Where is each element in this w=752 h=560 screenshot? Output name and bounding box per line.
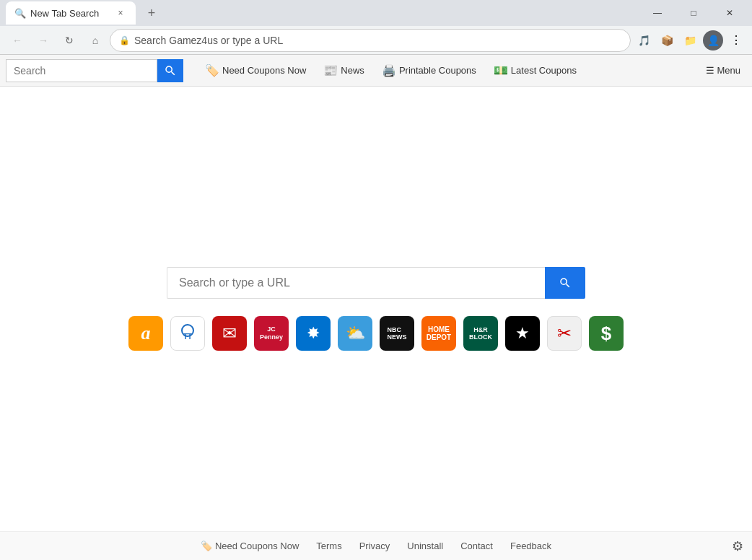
- quick-link-protonmail[interactable]: ✉: [212, 316, 247, 351]
- need-coupons-icon: 🏷️: [205, 64, 219, 77]
- quick-link-macys[interactable]: ★: [505, 316, 540, 351]
- tab-favicon: 🔍: [14, 8, 25, 18]
- toolbar-need-coupons-link[interactable]: 🏷️ Need Coupons Now: [199, 61, 312, 80]
- forward-button[interactable]: →: [32, 29, 55, 52]
- navigation-bar: ← → ↻ ⌂ 🔒 Search Gamez4us or type a URL …: [0, 26, 752, 55]
- toolbar-news-link[interactable]: 📰 News: [318, 61, 370, 80]
- footer-contact-link[interactable]: Contact: [460, 541, 493, 551]
- main-search-input[interactable]: [167, 267, 545, 299]
- back-button[interactable]: ←: [6, 29, 29, 52]
- tab-close-button[interactable]: ×: [114, 6, 127, 19]
- address-text: Search Gamez4us or type a URL: [134, 35, 621, 46]
- footer-feedback-link[interactable]: Feedback: [510, 541, 551, 551]
- toolbar-search-icon: [164, 64, 177, 77]
- main-content: a TT ✉ JCPenney ✸: [0, 87, 752, 531]
- quick-link-homedepot[interactable]: HOMEDEPOT: [421, 316, 456, 351]
- quick-link-weather[interactable]: ⛅: [338, 316, 372, 351]
- printable-coupons-label: Printable Coupons: [399, 65, 476, 76]
- footer-settings-icon[interactable]: ⚙: [732, 538, 743, 554]
- extension-package-icon[interactable]: 📦: [657, 30, 677, 51]
- toolbar-search-button[interactable]: [157, 59, 183, 82]
- footer-coupons-icon: 🏷️: [201, 541, 212, 551]
- footer-need-coupons-label: Need Coupons Now: [215, 541, 299, 551]
- latest-coupons-label: Latest Coupons: [511, 65, 577, 76]
- quick-links: a TT ✉ JCPenney ✸: [128, 316, 624, 351]
- toolbar-menu-button[interactable]: ☰ Menu: [700, 62, 746, 79]
- main-search-icon: [559, 276, 572, 289]
- footer-uninstall-label: Uninstall: [407, 541, 443, 551]
- quick-link-dollar[interactable]: $: [589, 316, 624, 351]
- home-button[interactable]: ⌂: [84, 29, 107, 52]
- footer-terms-label: Terms: [316, 541, 341, 551]
- need-coupons-label: Need Coupons Now: [222, 65, 306, 76]
- browser-chrome: 🔍 New Tab Search × + — □ ✕ ← → ↻ ⌂ 🔒 Sea…: [0, 0, 752, 55]
- page-toolbar: 🏷️ Need Coupons Now 📰 News 🖨️ Printable …: [0, 55, 752, 87]
- extension-music-icon[interactable]: 🎵: [634, 30, 654, 51]
- latest-coupons-icon: 💵: [494, 64, 508, 77]
- footer-terms-link[interactable]: Terms: [316, 541, 341, 551]
- quick-link-turbotax[interactable]: TT: [170, 316, 205, 351]
- address-bar[interactable]: 🔒 Search Gamez4us or type a URL: [110, 29, 631, 52]
- extension-folder-icon[interactable]: 📁: [680, 30, 700, 51]
- quick-link-news[interactable]: NBCNEWS: [380, 316, 414, 351]
- footer-feedback-label: Feedback: [510, 541, 551, 551]
- footer-need-coupons-link[interactable]: 🏷️ Need Coupons Now: [201, 541, 299, 551]
- footer-uninstall-link[interactable]: Uninstall: [407, 541, 443, 551]
- printable-coupons-icon: 🖨️: [382, 64, 396, 77]
- main-search-wrap: [167, 267, 585, 299]
- browser-menu-icon[interactable]: ⋮: [726, 30, 746, 51]
- active-tab[interactable]: 🔍 New Tab Search ×: [6, 1, 136, 25]
- news-label: News: [341, 65, 364, 76]
- tab-title: New Tab Search: [30, 8, 108, 19]
- extension-icons: 🎵 📦 📁 👤 ⋮: [634, 30, 746, 51]
- toolbar-printable-coupons-link[interactable]: 🖨️ Printable Coupons: [376, 61, 482, 80]
- close-button[interactable]: ✕: [713, 0, 746, 26]
- quick-link-scissors[interactable]: ✂: [547, 316, 582, 351]
- profile-icon[interactable]: 👤: [703, 30, 723, 51]
- turbotax-icon: TT: [175, 320, 201, 346]
- reload-button[interactable]: ↻: [58, 29, 81, 52]
- toolbar-search-input[interactable]: [6, 59, 157, 82]
- maximize-button[interactable]: □: [677, 0, 710, 26]
- quick-link-amazon[interactable]: a: [128, 316, 163, 351]
- minimize-button[interactable]: —: [641, 0, 674, 26]
- footer: 🏷️ Need Coupons Now Terms Privacy Uninst…: [0, 531, 752, 560]
- toolbar-latest-coupons-link[interactable]: 💵 Latest Coupons: [488, 61, 582, 80]
- quick-link-walmart[interactable]: ✸: [296, 316, 331, 351]
- footer-privacy-label: Privacy: [359, 541, 390, 551]
- search-section: a TT ✉ JCPenney ✸: [128, 267, 624, 351]
- footer-contact-label: Contact: [460, 541, 493, 551]
- toolbar-search-wrap: [6, 59, 193, 82]
- new-tab-button[interactable]: +: [141, 3, 162, 23]
- quick-link-jcpenney[interactable]: JCPenney: [254, 316, 289, 351]
- footer-privacy-link[interactable]: Privacy: [359, 541, 390, 551]
- title-bar: 🔍 New Tab Search × + — □ ✕: [0, 0, 752, 26]
- news-icon: 📰: [323, 64, 338, 77]
- lock-icon: 🔒: [119, 35, 130, 45]
- main-search-button[interactable]: [545, 267, 585, 299]
- quick-link-hrblock[interactable]: H&RBLOCK: [463, 316, 498, 351]
- window-controls: — □ ✕: [641, 0, 746, 26]
